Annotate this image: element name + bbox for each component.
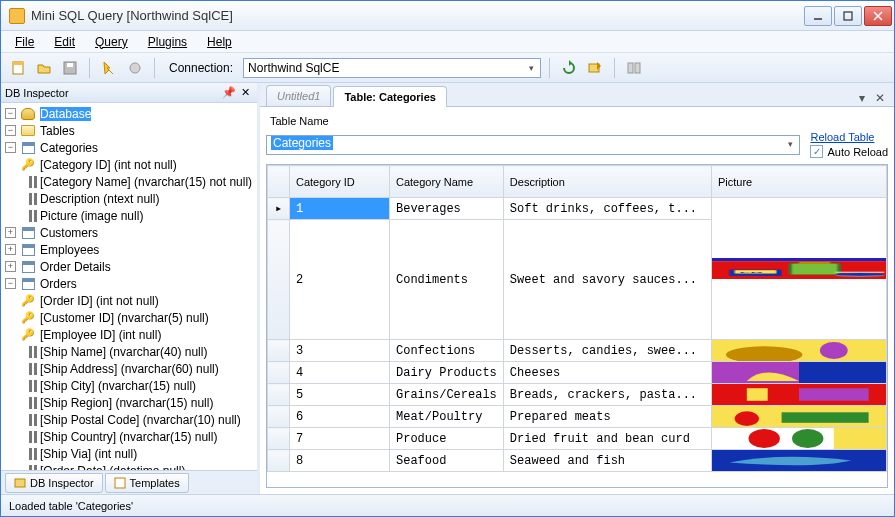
picture-cell[interactable]	[712, 362, 887, 384]
tree-column[interactable]: [Category Name] (nvarchar(15) not null)	[1, 173, 257, 190]
dbinspector-header: DB Inspector 📌 ✕	[1, 83, 257, 103]
doctab-table[interactable]: Table: Categories	[333, 86, 447, 107]
picture-cell[interactable]	[712, 428, 887, 450]
table-icon	[22, 227, 35, 239]
menu-help[interactable]: Help	[199, 33, 240, 51]
table-row[interactable]: 5Grains/CerealsBreads, crackers, pasta..…	[268, 384, 887, 406]
doctab-menu-icon[interactable]: ▾	[854, 90, 870, 106]
table-name-select[interactable]: Categories	[266, 135, 800, 155]
extra-button[interactable]	[623, 57, 645, 79]
row-indicator[interactable]	[268, 220, 290, 340]
svg-point-37	[792, 429, 823, 448]
document-tabs: Untitled1 Table: Categories ▾ ✕	[260, 83, 894, 107]
column-icon	[20, 361, 36, 377]
tree-database[interactable]: −Database	[1, 105, 257, 122]
tree-column[interactable]: [Ship Postal Code] (nvarchar(10) null)	[1, 411, 257, 428]
tree-column[interactable]: [Order Date] (datetime null)	[1, 462, 257, 470]
database-icon	[21, 108, 35, 120]
picture-cell[interactable]: FR	[712, 198, 887, 340]
minimize-button[interactable]	[804, 6, 832, 26]
table-icon	[22, 142, 35, 154]
col-header-desc[interactable]: Description	[503, 166, 711, 198]
open-button[interactable]	[33, 57, 55, 79]
tree-column[interactable]: [Ship Country] (nvarchar(15) null)	[1, 428, 257, 445]
tree-column[interactable]: [Ship City] (nvarchar(15) null)	[1, 377, 257, 394]
svg-rect-31	[799, 388, 869, 401]
stop-button[interactable]	[124, 57, 146, 79]
tree-column[interactable]: [Ship Region] (nvarchar(15) null)	[1, 394, 257, 411]
picture-cell[interactable]	[712, 450, 887, 472]
new-button[interactable]	[7, 57, 29, 79]
tab-dbinspector[interactable]: DB Inspector	[5, 473, 103, 493]
tree-table-categories[interactable]: −Categories	[1, 139, 257, 156]
menu-file[interactable]: File	[7, 33, 42, 51]
tree-column[interactable]: 🔑[Customer ID] (nvarchar(5) null)	[1, 309, 257, 326]
maximize-button[interactable]	[834, 6, 862, 26]
doctab-untitled[interactable]: Untitled1	[266, 85, 331, 106]
db-tree[interactable]: −Database −Tables −Categories 🔑[Category…	[1, 103, 257, 470]
table-row[interactable]: 4Dairy ProductsCheeses	[268, 362, 887, 384]
table-row[interactable]: 7ProduceDried fruit and bean curd	[268, 428, 887, 450]
col-header-pic[interactable]: Picture	[712, 166, 887, 198]
save-button[interactable]	[59, 57, 81, 79]
tab-templates[interactable]: Templates	[105, 473, 189, 493]
doctab-close-icon[interactable]: ✕	[872, 90, 888, 106]
separator	[89, 58, 90, 78]
tree-column[interactable]: [Ship Name] (nvarchar(40) null)	[1, 343, 257, 360]
tree-table-customers[interactable]: +Customers	[1, 224, 257, 241]
tree-tables[interactable]: −Tables	[1, 122, 257, 139]
row-header-corner[interactable]	[268, 166, 290, 198]
tree-column[interactable]: 🔑[Order ID] (int not null)	[1, 292, 257, 309]
tree-table-employees[interactable]: +Employees	[1, 241, 257, 258]
table-row[interactable]: ▸ 1 Beverages Soft drinks, coffees, t...…	[268, 198, 887, 220]
picture-cell[interactable]	[712, 406, 887, 428]
table-row[interactable]: 8SeafoodSeaweed and fish	[268, 450, 887, 472]
menu-edit[interactable]: Edit	[46, 33, 83, 51]
table-row[interactable]: 3ConfectionsDesserts, candies, swee...	[268, 340, 887, 362]
titlebar: Mini SQL Query [Northwind SqlCE]	[1, 1, 894, 31]
menu-query[interactable]: Query	[87, 33, 136, 51]
window-buttons	[802, 6, 892, 26]
svg-point-26	[820, 342, 848, 359]
execute-button[interactable]	[98, 57, 120, 79]
column-icon	[20, 429, 36, 445]
tree-table-orders[interactable]: −Orders	[1, 275, 257, 292]
pin-icon[interactable]: 📌	[221, 85, 237, 101]
tree-column[interactable]: 🔑[Employee ID] (int null)	[1, 326, 257, 343]
picture-cell[interactable]	[712, 340, 887, 362]
refresh-button[interactable]	[558, 57, 580, 79]
close-button[interactable]	[864, 6, 892, 26]
table-name-label: Table Name	[270, 115, 888, 127]
connection-select[interactable]: Northwind SqlCE	[243, 58, 541, 78]
key-icon: 🔑	[20, 157, 36, 173]
tree-column[interactable]: [Ship Address] (nvarchar(60) null)	[1, 360, 257, 377]
edit-conn-button[interactable]	[584, 57, 606, 79]
col-header-id[interactable]: Category ID	[290, 166, 390, 198]
reload-link[interactable]: Reload Table	[810, 131, 874, 143]
row-indicator[interactable]: ▸	[268, 198, 290, 220]
svg-rect-16	[790, 263, 839, 275]
svg-rect-7	[67, 63, 73, 67]
svg-rect-30	[747, 388, 768, 401]
auto-reload-checkbox[interactable]: ✓Auto Reload	[810, 145, 888, 158]
column-icon	[20, 446, 36, 462]
tree-column[interactable]: Picture (image null)	[1, 207, 257, 224]
svg-point-8	[130, 63, 140, 73]
svg-rect-5	[13, 62, 23, 65]
data-grid[interactable]: Category ID Category Name Description Pi…	[266, 164, 888, 488]
tree-column[interactable]: [Ship Via] (int null)	[1, 445, 257, 462]
key-icon: 🔑	[20, 327, 36, 343]
column-icon	[20, 191, 36, 207]
status-text: Loaded table 'Categories'	[9, 500, 133, 512]
tree-table-orderdetails[interactable]: +Order Details	[1, 258, 257, 275]
menu-plugins[interactable]: Plugins	[140, 33, 195, 51]
picture-cell[interactable]	[712, 384, 887, 406]
tree-column[interactable]: Description (ntext null)	[1, 190, 257, 207]
connection-label: Connection:	[169, 61, 233, 75]
table-row[interactable]: 6Meat/PoultryPrepared meats	[268, 406, 887, 428]
tree-column[interactable]: 🔑[Category ID] (int not null)	[1, 156, 257, 173]
col-header-name[interactable]: Category Name	[390, 166, 504, 198]
panel-close-icon[interactable]: ✕	[237, 85, 253, 101]
svg-point-33	[735, 411, 759, 426]
key-icon: 🔑	[20, 310, 36, 326]
